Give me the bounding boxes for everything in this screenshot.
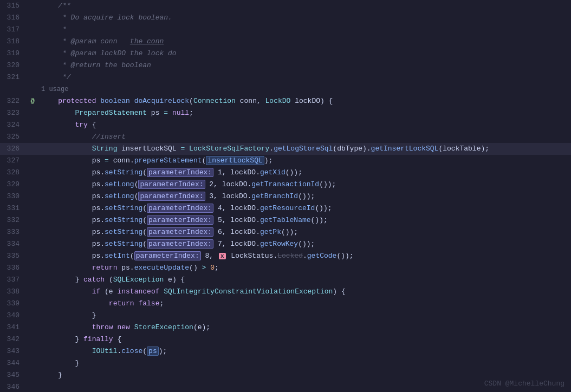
line-number: 332 — [0, 214, 26, 226]
line-gutter: @ — [26, 95, 39, 107]
line-code: * — [39, 24, 571, 36]
code-line: 337 } catch (SQLException e) { — [0, 274, 571, 286]
line-number: 338 — [0, 286, 26, 298]
line-number: 322 — [0, 95, 26, 107]
watermark: CSDN @MichelleChung — [484, 380, 564, 388]
line-number: 342 — [0, 334, 26, 345]
line-code: * Do acquire lock boolean. — [39, 12, 571, 24]
line-code: */ — [39, 71, 571, 83]
line-number: 334 — [0, 238, 26, 250]
line-number: 335 — [0, 250, 26, 262]
code-line: 342 } finally { — [0, 334, 571, 345]
code-editor: 315 /**316 * Do acquire lock boolean.317… — [0, 0, 571, 392]
line-code: * @return the boolean — [39, 60, 571, 71]
line-number: 323 — [0, 107, 26, 119]
code-line: 316 * Do acquire lock boolean. — [0, 12, 571, 24]
line-code: String insertLockSQL = LockStoreSqlFacto… — [39, 143, 571, 155]
line-code: } — [39, 310, 571, 322]
line-number: 321 — [0, 71, 26, 83]
code-line: 334 ps.setString(parameterIndex: 7, lock… — [0, 238, 571, 250]
line-code: return ps.executeUpdate() > 0; — [39, 262, 571, 274]
line-number: 324 — [0, 119, 26, 131]
code-lines: 315 /**316 * Do acquire lock boolean.317… — [0, 0, 571, 392]
line-number: 315 — [0, 0, 26, 12]
code-line: 331 ps.setString(parameterIndex: 4, lock… — [0, 202, 571, 214]
line-code: ps.setString(parameterIndex: 6, lockDO.g… — [39, 226, 571, 238]
code-line: 317 * — [0, 24, 571, 36]
code-line: 333 ps.setString(parameterIndex: 6, lock… — [0, 226, 571, 238]
line-code: ps.setLong(parameterIndex: 2, lockDO.get… — [39, 179, 571, 191]
line-code: ps.setInt(parameterIndex: 8, x LockStatu… — [39, 250, 571, 262]
line-code: throw new StoreException(e); — [39, 322, 571, 334]
line-code: //insert — [39, 131, 571, 143]
line-number: 341 — [0, 322, 26, 334]
line-number: 320 — [0, 60, 26, 71]
line-code: try { — [39, 119, 571, 131]
line-number: 326 — [0, 143, 26, 155]
code-line: 341 throw new StoreException(e); — [0, 322, 571, 334]
code-line: 323 PreparedStatement ps = null; — [0, 107, 571, 119]
code-line: 332 ps.setString(parameterIndex: 5, lock… — [0, 214, 571, 226]
line-code: * @param conn the_conn — [39, 36, 571, 48]
code-line: 321 */ — [0, 71, 571, 83]
code-line: 319 * @param lockDO the lock do — [0, 48, 571, 60]
line-number: 346 — [0, 381, 26, 392]
code-line: 325 //insert — [0, 131, 571, 143]
code-line: 315 /** — [0, 0, 571, 12]
line-number: 327 — [0, 155, 26, 167]
line-code: } finally { — [39, 334, 571, 345]
line-code: * @param lockDO the lock do — [39, 48, 571, 60]
line-number: 343 — [0, 345, 26, 357]
code-line: 324 try { — [0, 119, 571, 131]
code-line: 326 String insertLockSQL = LockStoreSqlF… — [0, 143, 571, 155]
line-code: ps.setLong(parameterIndex: 3, lockDO.get… — [39, 191, 571, 202]
code-line: 344 } — [0, 357, 571, 369]
line-number: 336 — [0, 262, 26, 274]
code-line: 340 } — [0, 310, 571, 322]
line-code: ps = conn.prepareStatement(insertLockSQL… — [39, 155, 571, 167]
line-number: 330 — [0, 191, 26, 202]
line-code: protected boolean doAcquireLock(Connecti… — [39, 95, 571, 107]
code-line: 343 IOUtil.close(ps); — [0, 345, 571, 357]
line-number: 316 — [0, 12, 26, 24]
line-number: 337 — [0, 274, 26, 286]
line-number: 317 — [0, 24, 26, 36]
line-code: } — [39, 357, 571, 369]
line-code: ps.setString(parameterIndex: 7, lockDO.g… — [39, 238, 571, 250]
line-number: 328 — [0, 167, 26, 179]
line-code: ps.setString(parameterIndex: 1, lockDO.g… — [39, 167, 571, 179]
code-line: 318 * @param conn the_conn — [0, 36, 571, 48]
line-number: 344 — [0, 357, 26, 369]
line-number: 325 — [0, 131, 26, 143]
line-code: IOUtil.close(ps); — [39, 345, 571, 357]
line-number: 345 — [0, 369, 26, 381]
code-line: 328 ps.setString(parameterIndex: 1, lock… — [0, 167, 571, 179]
line-number: 331 — [0, 202, 26, 214]
code-line: 335 ps.setInt(parameterIndex: 8, x LockS… — [0, 250, 571, 262]
line-code: return false; — [39, 298, 571, 310]
line-code: /** — [39, 0, 571, 12]
code-line: 322@ protected boolean doAcquireLock(Con… — [0, 95, 571, 107]
line-code: ps.setString(parameterIndex: 4, lockDO.g… — [39, 202, 571, 214]
line-code: PreparedStatement ps = null; — [39, 107, 571, 119]
code-line: 339 return false; — [0, 298, 571, 310]
code-line: 330 ps.setLong(parameterIndex: 3, lockDO… — [0, 191, 571, 202]
code-line: 329 ps.setLong(parameterIndex: 2, lockDO… — [0, 179, 571, 191]
code-line: 327 ps = conn.prepareStatement(insertLoc… — [0, 155, 571, 167]
usage-hint: 1 usage — [39, 83, 571, 95]
line-number: 340 — [0, 310, 26, 322]
line-number: 333 — [0, 226, 26, 238]
line-code: ps.setString(parameterIndex: 5, lockDO.g… — [39, 214, 571, 226]
code-line: 336 return ps.executeUpdate() > 0; — [0, 262, 571, 274]
line-number: 329 — [0, 179, 26, 191]
code-line: 338 if (e instanceof SQLIntegrityConstra… — [0, 286, 571, 298]
line-number: 319 — [0, 48, 26, 60]
line-number: 318 — [0, 36, 26, 48]
line-code: } catch (SQLException e) { — [39, 274, 571, 286]
code-line: 320 * @return the boolean — [0, 60, 571, 71]
line-number: 339 — [0, 298, 26, 310]
code-line: 1 usage — [0, 83, 571, 95]
line-code: if (e instanceof SQLIntegrityConstraintV… — [39, 286, 571, 298]
